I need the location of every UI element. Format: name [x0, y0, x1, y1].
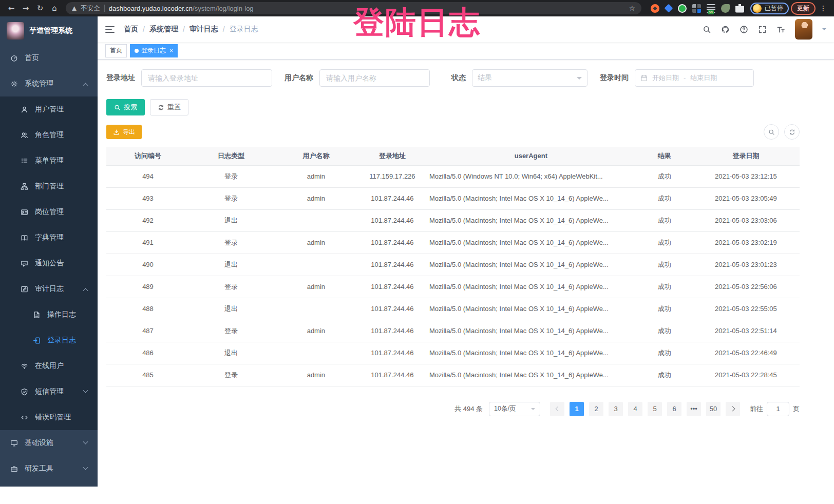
page-button-1[interactable]: 1	[570, 402, 584, 416]
code-icon	[21, 414, 28, 421]
sidebar-item-dept-mgmt[interactable]: 部门管理	[0, 173, 98, 199]
cell-visit-id: 494	[106, 165, 189, 187]
sidebar-item-audit-log[interactable]: 审计日志	[0, 276, 98, 302]
sidebar-item-dev-tools[interactable]: 研发工具	[0, 456, 98, 481]
sidebar-item-menu-mgmt[interactable]: 菜单管理	[0, 148, 98, 173]
search-button[interactable]: 搜索	[106, 99, 145, 115]
sms-shield-icon	[21, 388, 28, 396]
github-icon[interactable]	[721, 25, 730, 34]
search-button-label: 搜索	[124, 103, 137, 112]
export-button[interactable]: 导出	[106, 125, 142, 139]
sidebar-item-error-code[interactable]: 错误码管理	[0, 404, 98, 430]
next-page-button[interactable]	[726, 402, 740, 416]
cell-user-agent: Mozilla/5.0 (Macintosh; Intel Mac OS X 1…	[425, 231, 637, 254]
browser-home-icon[interactable]: ⌂	[48, 2, 61, 14]
gear-icon	[10, 80, 18, 88]
tabs-on-extension-icon[interactable]	[707, 4, 715, 13]
sidebar-item-notice[interactable]: 通知公告	[0, 250, 98, 276]
profile-paused-chip[interactable]: 已暂停	[750, 3, 789, 14]
tag-label: 首页	[110, 46, 122, 55]
page-button-4[interactable]: 4	[628, 402, 642, 416]
sidebar-item-sms-mgmt[interactable]: 短信管理	[0, 379, 98, 404]
breadcrumb-item[interactable]: 审计日志	[189, 25, 218, 34]
orange-circle-extension-icon[interactable]	[651, 4, 659, 13]
page-button-5[interactable]: 5	[648, 402, 662, 416]
login-log-table: 访问编号 日志类型 用户名称 登录地址 userAgent 结果 登录日期 49…	[106, 147, 800, 386]
col-header-user-agent: userAgent	[425, 147, 637, 165]
sidebar-item-role-mgmt[interactable]: 角色管理	[0, 122, 98, 148]
puzzle-extension-icon[interactable]	[735, 4, 744, 13]
url-path: /system/log/login-log	[193, 5, 254, 12]
sidebar-item-post-mgmt[interactable]: 岗位管理	[0, 199, 98, 225]
user-dropdown-caret-icon[interactable]	[822, 28, 826, 32]
cell-log-type: 退出	[189, 342, 273, 364]
browser-reload-icon[interactable]: ↻	[34, 2, 46, 14]
cell-result: 成功	[637, 298, 692, 320]
cell-login-date: 2021-05-03 22:56:06	[692, 276, 800, 298]
browser-menu-icon[interactable]: ⋮	[818, 4, 829, 12]
operation-log-icon	[33, 311, 41, 319]
date-range-picker[interactable]: 开始日期 - 结束日期	[635, 69, 754, 87]
hide-search-button[interactable]	[764, 124, 779, 140]
refresh-table-button[interactable]	[784, 124, 800, 140]
leaf-extension-icon[interactable]	[721, 4, 730, 13]
browser-back-icon[interactable]: ←	[5, 2, 17, 14]
login-address-input[interactable]	[141, 69, 272, 87]
cell-visit-id: 490	[106, 254, 189, 276]
green-circle-extension-icon[interactable]	[678, 4, 687, 13]
browser-forward-icon[interactable]: →	[20, 2, 32, 14]
page-button-50[interactable]: 50	[706, 402, 721, 416]
browser-address-bar[interactable]: ▲ 不安全 dashboard.yudao.iocoder.cn/system/…	[66, 2, 641, 14]
breadcrumb-item[interactable]: 首页	[124, 25, 138, 34]
user-avatar[interactable]	[795, 19, 812, 40]
page-button-3[interactable]: 3	[609, 402, 623, 416]
page-button-2[interactable]: 2	[589, 402, 603, 416]
help-icon[interactable]	[740, 25, 748, 34]
dev-tools-icon	[10, 465, 18, 473]
goto-page-input[interactable]	[767, 402, 789, 416]
breadcrumb-item[interactable]: 系统管理	[149, 25, 178, 34]
grid-extension-icon[interactable]	[692, 4, 701, 13]
start-date-placeholder: 开始日期	[652, 73, 679, 83]
search-icon[interactable]	[703, 25, 711, 34]
cell-login-date: 2021-05-03 22:55:05	[692, 298, 800, 320]
sidebar-item-label: 登录日志	[47, 336, 76, 345]
status-select[interactable]: 结果	[472, 69, 587, 87]
sidebar-item-label: 首页	[25, 53, 39, 63]
tag-home[interactable]: 首页	[105, 44, 127, 57]
close-icon[interactable]: ×	[169, 48, 173, 54]
fullscreen-icon[interactable]	[758, 25, 767, 34]
font-size-icon[interactable]	[776, 25, 785, 34]
sidebar-item-dashboard[interactable]: 首页	[0, 45, 98, 71]
sidebar-item-user-mgmt[interactable]: 用户管理	[0, 96, 98, 122]
tag-label: 登录日志	[141, 46, 166, 55]
sidebar-item-infrastructure[interactable]: 基础设施	[0, 430, 98, 456]
org-tree-icon	[21, 183, 28, 190]
bookmark-star-icon[interactable]: ☆	[629, 4, 635, 12]
page-button-6[interactable]: 6	[667, 402, 681, 416]
sidebar-item-operation-log[interactable]: 操作日志	[0, 302, 98, 327]
sidebar-item-online-users[interactable]: 在线用户	[0, 353, 98, 379]
blue-diamond-extension-icon[interactable]	[665, 4, 673, 13]
cell-login-address: 101.87.244.46	[359, 364, 425, 386]
chevron-up-icon	[83, 288, 88, 293]
sidebar-item-dict-mgmt[interactable]: 字典管理	[0, 225, 98, 250]
browser-update-button[interactable]: 更新	[791, 2, 816, 15]
sidebar-item-system-mgmt[interactable]: 系统管理	[0, 71, 98, 96]
prev-page-button[interactable]	[550, 402, 564, 416]
cell-visit-id: 492	[106, 209, 189, 231]
breadcrumb-current: 登录日志	[230, 25, 258, 34]
username-input[interactable]	[319, 69, 430, 87]
sidebar-item-login-log[interactable]: 登录日志	[0, 327, 98, 353]
reset-button[interactable]: 重置	[150, 99, 188, 115]
tag-login-log[interactable]: 登录日志 ×	[130, 44, 178, 57]
navbar-actions	[703, 19, 826, 40]
browser-extensions	[651, 4, 744, 13]
col-header-log-type: 日志类型	[189, 147, 273, 165]
cell-visit-id: 491	[106, 231, 189, 254]
sidebar-item-label: 通知公告	[35, 259, 64, 268]
sidebar-toggle-icon[interactable]	[105, 26, 115, 33]
page-ellipsis[interactable]: •••	[687, 402, 701, 416]
app-logo[interactable]: 芋道管理系统	[0, 16, 98, 45]
page-size-select[interactable]: 10条/页	[489, 402, 540, 416]
